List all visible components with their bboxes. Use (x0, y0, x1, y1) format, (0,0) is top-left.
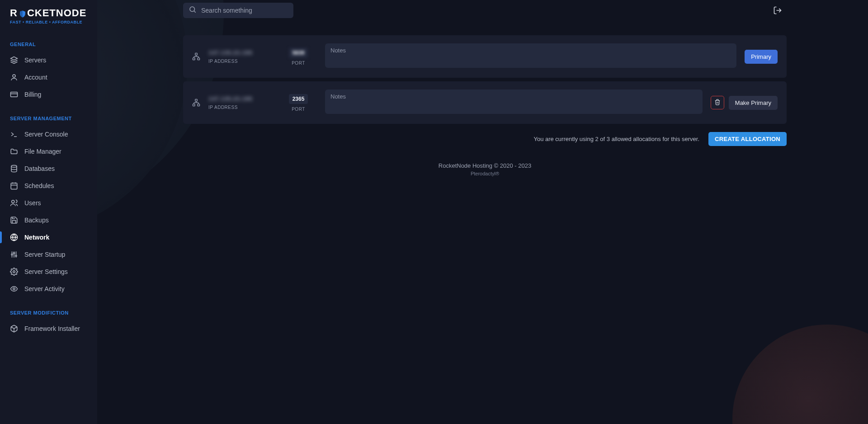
sidebar-item-startup[interactable]: Server Startup (0, 246, 97, 263)
svg-rect-13 (193, 58, 195, 60)
sidebar-item-framework[interactable]: Framework Installer (0, 320, 97, 337)
nav-label: Schedules (24, 182, 54, 189)
shield-icon (19, 9, 27, 17)
sidebar-item-account[interactable]: Account (0, 69, 97, 86)
svg-rect-14 (198, 58, 200, 60)
folder-icon (10, 147, 18, 155)
svg-point-9 (13, 271, 15, 273)
nav-label: Databases (24, 165, 55, 172)
sidebar-item-users[interactable]: Users (0, 194, 97, 212)
port-label: PORT (283, 107, 314, 112)
svg-point-11 (190, 7, 195, 12)
footer-line1: RocketNode Hosting © 2020 - 2023 (183, 162, 787, 169)
svg-rect-15 (195, 99, 198, 102)
brand-name-left: R (10, 7, 18, 19)
svg-point-6 (11, 254, 13, 255)
search-field[interactable] (183, 3, 293, 18)
delete-button[interactable] (711, 96, 724, 109)
ip-value: 147.135.23.195 (208, 49, 252, 56)
ip-label: IP ADDRESS (208, 59, 252, 64)
svg-rect-17 (198, 104, 200, 106)
card-icon (10, 90, 18, 99)
sliders-icon (10, 250, 18, 259)
ip-value: 147.135.23.195 (208, 95, 252, 102)
usage-text: You are currently using 2 of 3 allowed a… (533, 136, 699, 142)
users-icon (10, 199, 18, 207)
nav-label: Server Console (24, 131, 68, 138)
nav-label: Servers (24, 57, 46, 64)
svg-point-2 (11, 165, 17, 168)
footer: RocketNode Hosting © 2020 - 2023 Pteroda… (183, 162, 787, 176)
nav-label: Server Startup (24, 251, 65, 258)
svg-point-10 (13, 288, 15, 290)
sidebar-item-activity[interactable]: Server Activity (0, 280, 97, 297)
notes-input[interactable] (325, 90, 703, 114)
primary-badge: Primary (745, 50, 778, 64)
brand-name-right: CKETNODE (27, 7, 86, 19)
sidebar-item-backups[interactable]: Backups (0, 212, 97, 229)
nav-label: Server Settings (24, 268, 68, 275)
svg-point-0 (13, 75, 15, 77)
nav-label: Backups (24, 217, 49, 224)
layers-icon (10, 56, 18, 64)
nav-label: Billing (24, 91, 41, 98)
sidebar-item-console[interactable]: Server Console (0, 126, 97, 143)
footer-line2: Pterodactyl® (183, 171, 787, 176)
main: 147.135.23.195 IP ADDRESS 5839 PORT Prim… (97, 0, 868, 424)
svg-rect-12 (195, 53, 198, 56)
make-primary-button[interactable]: Make Primary (729, 96, 778, 110)
calendar-icon (10, 182, 18, 190)
brand-tagline: FAST • RELIABLE • AFFORDABLE (10, 20, 87, 24)
sidebar-item-network[interactable]: Network (0, 229, 97, 246)
svg-rect-1 (11, 92, 18, 97)
terminal-icon (10, 130, 18, 138)
globe-icon (10, 233, 18, 241)
sidebar-item-schedules[interactable]: Schedules (0, 177, 97, 194)
logout-button[interactable] (773, 6, 782, 15)
section-mod-label: SERVER MODIFICTION (0, 297, 97, 320)
nav-label: Network (24, 234, 49, 241)
svg-rect-3 (11, 183, 17, 189)
sidebar-item-settings[interactable]: Server Settings (0, 263, 97, 280)
trash-icon (714, 99, 721, 107)
save-icon (10, 216, 18, 224)
sidebar-item-servers[interactable]: Servers (0, 52, 97, 69)
gear-icon (10, 268, 18, 276)
svg-point-4 (12, 200, 14, 203)
database-icon (10, 165, 18, 173)
network-icon (192, 99, 200, 107)
sidebar-item-billing[interactable]: Billing (0, 86, 97, 103)
search-icon (189, 5, 201, 15)
port-label: PORT (283, 61, 314, 66)
create-allocation-button[interactable]: CREATE ALLOCATION (708, 132, 787, 146)
eye-icon (10, 285, 18, 293)
svg-point-7 (14, 253, 15, 254)
nav-label: Users (24, 199, 41, 207)
section-general-label: GENERAL (0, 29, 97, 52)
svg-point-8 (15, 255, 17, 257)
topbar (97, 0, 868, 21)
user-icon (10, 73, 18, 81)
sidebar-item-files[interactable]: File Manager (0, 143, 97, 160)
brand-logo[interactable]: R CKETNODE FAST • RELIABLE • AFFORDABLE (0, 0, 97, 29)
allocation-row: 147.135.23.195 IP ADDRESS 2365 PORT Make… (183, 81, 787, 124)
nav-label: Framework Installer (24, 325, 80, 332)
sidebar-item-databases[interactable]: Databases (0, 160, 97, 177)
box-icon (10, 325, 18, 333)
svg-rect-16 (193, 104, 195, 106)
network-icon (192, 52, 200, 61)
port-value: 5839 (289, 48, 308, 58)
ip-label: IP ADDRESS (208, 105, 252, 110)
nav-label: Server Activity (24, 285, 65, 292)
section-mgmt-label: SERVER MANAGEMENT (0, 103, 97, 126)
nav-label: File Manager (24, 148, 61, 155)
sidebar: R CKETNODE FAST • RELIABLE • AFFORDABLE … (0, 0, 97, 424)
port-value: 2365 (289, 94, 308, 104)
nav-label: Account (24, 74, 47, 81)
search-input[interactable] (201, 7, 288, 14)
allocation-row: 147.135.23.195 IP ADDRESS 5839 PORT Prim… (183, 35, 787, 78)
notes-input[interactable] (325, 43, 736, 68)
content: 147.135.23.195 IP ADDRESS 5839 PORT Prim… (97, 21, 868, 424)
